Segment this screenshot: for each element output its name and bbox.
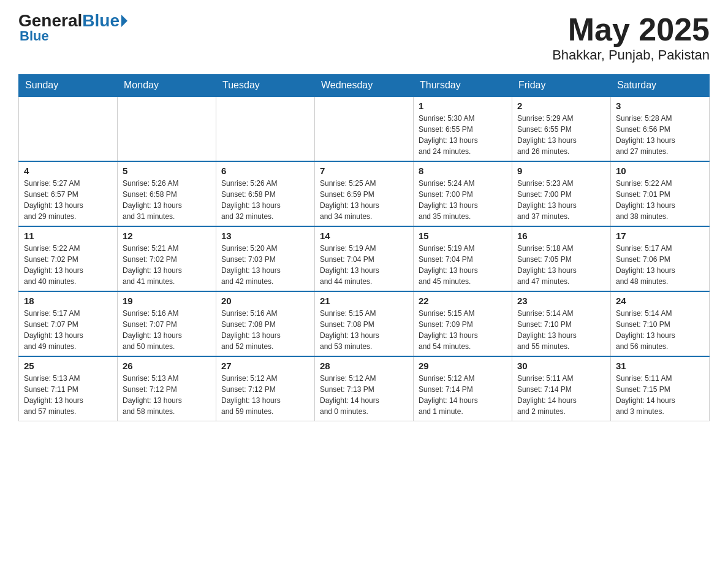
calendar-cell: 5Sunrise: 5:26 AM Sunset: 6:58 PM Daylig… bbox=[118, 161, 216, 226]
day-info: Sunrise: 5:17 AM Sunset: 7:06 PM Dayligh… bbox=[616, 243, 704, 287]
calendar-cell: 14Sunrise: 5:19 AM Sunset: 7:04 PM Dayli… bbox=[315, 226, 414, 291]
calendar-table: SundayMondayTuesdayWednesdayThursdayFrid… bbox=[18, 74, 710, 421]
calendar-week-row: 4Sunrise: 5:27 AM Sunset: 6:57 PM Daylig… bbox=[19, 161, 710, 226]
day-info: Sunrise: 5:14 AM Sunset: 7:10 PM Dayligh… bbox=[616, 308, 704, 352]
day-number: 28 bbox=[320, 361, 408, 371]
day-info: Sunrise: 5:23 AM Sunset: 7:00 PM Dayligh… bbox=[517, 178, 605, 222]
day-info: Sunrise: 5:19 AM Sunset: 7:04 PM Dayligh… bbox=[419, 243, 507, 287]
calendar-cell: 30Sunrise: 5:11 AM Sunset: 7:14 PM Dayli… bbox=[512, 356, 611, 421]
day-info: Sunrise: 5:12 AM Sunset: 7:13 PM Dayligh… bbox=[320, 373, 408, 417]
day-info: Sunrise: 5:30 AM Sunset: 6:55 PM Dayligh… bbox=[419, 113, 507, 157]
day-info: Sunrise: 5:15 AM Sunset: 7:09 PM Dayligh… bbox=[419, 308, 507, 352]
calendar-cell: 2Sunrise: 5:29 AM Sunset: 6:55 PM Daylig… bbox=[512, 96, 611, 161]
day-info: Sunrise: 5:20 AM Sunset: 7:03 PM Dayligh… bbox=[221, 243, 309, 287]
calendar-cell: 27Sunrise: 5:12 AM Sunset: 7:12 PM Dayli… bbox=[216, 356, 315, 421]
calendar-cell bbox=[118, 96, 216, 161]
page-header: General Blue Blue May 2025 Bhakkar, Punj… bbox=[18, 12, 710, 63]
day-number: 14 bbox=[320, 231, 408, 241]
calendar-cell: 9Sunrise: 5:23 AM Sunset: 7:00 PM Daylig… bbox=[512, 161, 611, 226]
day-number: 11 bbox=[24, 231, 112, 241]
calendar-cell: 11Sunrise: 5:22 AM Sunset: 7:02 PM Dayli… bbox=[19, 226, 118, 291]
month-title: May 2025 bbox=[552, 12, 710, 47]
day-number: 23 bbox=[517, 296, 605, 306]
column-header-wednesday: Wednesday bbox=[315, 75, 414, 97]
day-number: 29 bbox=[419, 361, 507, 371]
day-info: Sunrise: 5:25 AM Sunset: 6:59 PM Dayligh… bbox=[320, 178, 408, 222]
day-number: 18 bbox=[24, 296, 112, 306]
day-number: 26 bbox=[123, 361, 211, 371]
logo-subtitle: Blue bbox=[20, 28, 49, 44]
day-number: 27 bbox=[221, 361, 309, 371]
day-info: Sunrise: 5:14 AM Sunset: 7:10 PM Dayligh… bbox=[517, 308, 605, 352]
calendar-cell: 19Sunrise: 5:16 AM Sunset: 7:07 PM Dayli… bbox=[118, 291, 216, 356]
day-number: 21 bbox=[320, 296, 408, 306]
day-info: Sunrise: 5:24 AM Sunset: 7:00 PM Dayligh… bbox=[419, 178, 507, 222]
day-number: 2 bbox=[517, 101, 605, 111]
calendar-cell: 23Sunrise: 5:14 AM Sunset: 7:10 PM Dayli… bbox=[512, 291, 611, 356]
calendar-week-row: 25Sunrise: 5:13 AM Sunset: 7:11 PM Dayli… bbox=[19, 356, 710, 421]
day-info: Sunrise: 5:22 AM Sunset: 7:02 PM Dayligh… bbox=[24, 243, 112, 287]
calendar-header-row: SundayMondayTuesdayWednesdayThursdayFrid… bbox=[19, 75, 710, 97]
day-info: Sunrise: 5:28 AM Sunset: 6:56 PM Dayligh… bbox=[616, 113, 704, 157]
day-number: 7 bbox=[320, 166, 408, 176]
logo: General Blue Blue bbox=[18, 12, 127, 44]
day-number: 17 bbox=[616, 231, 704, 241]
day-info: Sunrise: 5:13 AM Sunset: 7:12 PM Dayligh… bbox=[123, 373, 211, 417]
day-info: Sunrise: 5:21 AM Sunset: 7:02 PM Dayligh… bbox=[123, 243, 211, 287]
calendar-cell: 29Sunrise: 5:12 AM Sunset: 7:14 PM Dayli… bbox=[414, 356, 512, 421]
day-number: 24 bbox=[616, 296, 704, 306]
calendar-cell: 7Sunrise: 5:25 AM Sunset: 6:59 PM Daylig… bbox=[315, 161, 414, 226]
calendar-cell: 21Sunrise: 5:15 AM Sunset: 7:08 PM Dayli… bbox=[315, 291, 414, 356]
day-number: 9 bbox=[517, 166, 605, 176]
logo-blue-text: Blue bbox=[82, 12, 127, 29]
calendar-cell: 12Sunrise: 5:21 AM Sunset: 7:02 PM Dayli… bbox=[118, 226, 216, 291]
day-info: Sunrise: 5:17 AM Sunset: 7:07 PM Dayligh… bbox=[24, 308, 112, 352]
day-info: Sunrise: 5:16 AM Sunset: 7:07 PM Dayligh… bbox=[123, 308, 211, 352]
day-number: 22 bbox=[419, 296, 507, 306]
calendar-cell: 1Sunrise: 5:30 AM Sunset: 6:55 PM Daylig… bbox=[414, 96, 512, 161]
day-info: Sunrise: 5:16 AM Sunset: 7:08 PM Dayligh… bbox=[221, 308, 309, 352]
day-info: Sunrise: 5:22 AM Sunset: 7:01 PM Dayligh… bbox=[616, 178, 704, 222]
day-info: Sunrise: 5:26 AM Sunset: 6:58 PM Dayligh… bbox=[123, 178, 211, 222]
calendar-cell: 6Sunrise: 5:26 AM Sunset: 6:58 PM Daylig… bbox=[216, 161, 315, 226]
day-info: Sunrise: 5:15 AM Sunset: 7:08 PM Dayligh… bbox=[320, 308, 408, 352]
day-number: 19 bbox=[123, 296, 211, 306]
calendar-cell: 10Sunrise: 5:22 AM Sunset: 7:01 PM Dayli… bbox=[611, 161, 710, 226]
day-number: 13 bbox=[221, 231, 309, 241]
day-number: 25 bbox=[24, 361, 112, 371]
calendar-cell: 22Sunrise: 5:15 AM Sunset: 7:09 PM Dayli… bbox=[414, 291, 512, 356]
column-header-thursday: Thursday bbox=[414, 75, 512, 97]
calendar-cell: 24Sunrise: 5:14 AM Sunset: 7:10 PM Dayli… bbox=[611, 291, 710, 356]
calendar-cell: 4Sunrise: 5:27 AM Sunset: 6:57 PM Daylig… bbox=[19, 161, 118, 226]
calendar-cell: 16Sunrise: 5:18 AM Sunset: 7:05 PM Dayli… bbox=[512, 226, 611, 291]
column-header-friday: Friday bbox=[512, 75, 611, 97]
day-info: Sunrise: 5:12 AM Sunset: 7:12 PM Dayligh… bbox=[221, 373, 309, 417]
day-info: Sunrise: 5:11 AM Sunset: 7:15 PM Dayligh… bbox=[616, 373, 704, 417]
location-title: Bhakkar, Punjab, Pakistan bbox=[552, 47, 710, 63]
calendar-cell bbox=[315, 96, 414, 161]
day-info: Sunrise: 5:11 AM Sunset: 7:14 PM Dayligh… bbox=[517, 373, 605, 417]
day-info: Sunrise: 5:18 AM Sunset: 7:05 PM Dayligh… bbox=[517, 243, 605, 287]
day-number: 8 bbox=[419, 166, 507, 176]
calendar-cell: 8Sunrise: 5:24 AM Sunset: 7:00 PM Daylig… bbox=[414, 161, 512, 226]
day-number: 10 bbox=[616, 166, 704, 176]
title-area: May 2025 Bhakkar, Punjab, Pakistan bbox=[552, 12, 710, 63]
day-info: Sunrise: 5:12 AM Sunset: 7:14 PM Dayligh… bbox=[419, 373, 507, 417]
calendar-cell: 31Sunrise: 5:11 AM Sunset: 7:15 PM Dayli… bbox=[611, 356, 710, 421]
day-number: 31 bbox=[616, 361, 704, 371]
day-info: Sunrise: 5:19 AM Sunset: 7:04 PM Dayligh… bbox=[320, 243, 408, 287]
day-number: 1 bbox=[419, 101, 507, 111]
calendar-week-row: 11Sunrise: 5:22 AM Sunset: 7:02 PM Dayli… bbox=[19, 226, 710, 291]
calendar-cell: 18Sunrise: 5:17 AM Sunset: 7:07 PM Dayli… bbox=[19, 291, 118, 356]
calendar-cell bbox=[216, 96, 315, 161]
calendar-cell: 15Sunrise: 5:19 AM Sunset: 7:04 PM Dayli… bbox=[414, 226, 512, 291]
calendar-cell: 20Sunrise: 5:16 AM Sunset: 7:08 PM Dayli… bbox=[216, 291, 315, 356]
day-info: Sunrise: 5:29 AM Sunset: 6:55 PM Dayligh… bbox=[517, 113, 605, 157]
calendar-week-row: 1Sunrise: 5:30 AM Sunset: 6:55 PM Daylig… bbox=[19, 96, 710, 161]
column-header-sunday: Sunday bbox=[19, 75, 118, 97]
logo-general-text: General bbox=[18, 12, 82, 29]
logo-arrow-icon bbox=[121, 15, 127, 27]
calendar-week-row: 18Sunrise: 5:17 AM Sunset: 7:07 PM Dayli… bbox=[19, 291, 710, 356]
day-info: Sunrise: 5:26 AM Sunset: 6:58 PM Dayligh… bbox=[221, 178, 309, 222]
calendar-cell: 25Sunrise: 5:13 AM Sunset: 7:11 PM Dayli… bbox=[19, 356, 118, 421]
